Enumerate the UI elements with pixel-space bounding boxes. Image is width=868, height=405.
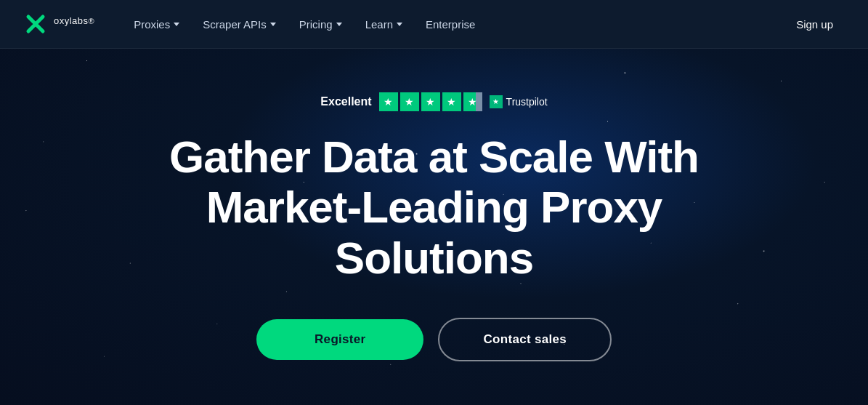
contact-sales-button[interactable]: Contact sales	[438, 318, 611, 361]
trustpilot-row: Excellent ★ ★ ★ ★ ★ ★ Trustpilot	[320, 92, 547, 111]
register-button[interactable]: Register	[256, 319, 423, 360]
nav-item-enterprise[interactable]: Enterprise	[415, 12, 485, 36]
trustpilot-label-text: Trustpilot	[506, 96, 548, 108]
cta-buttons: Register Contact sales	[256, 318, 612, 361]
star-4: ★	[442, 92, 461, 111]
chevron-down-icon	[336, 23, 342, 26]
brand-name: oxylabs®	[54, 15, 94, 33]
oxylabs-logo-icon	[23, 12, 48, 36]
nav-links: Proxies Scraper APIs Pricing Learn Enter…	[123, 12, 784, 36]
logo-link[interactable]: oxylabs®	[23, 12, 94, 36]
trustpilot-excellent-label: Excellent	[320, 95, 371, 108]
nav-item-learn[interactable]: Learn	[355, 12, 413, 36]
hero-content: Excellent ★ ★ ★ ★ ★ ★ Trustpilot Gather …	[108, 92, 761, 361]
trustpilot-star-icon: ★	[490, 95, 503, 108]
chevron-down-icon	[397, 23, 402, 26]
star-3: ★	[421, 92, 440, 111]
chevron-down-icon	[270, 23, 276, 26]
nav-item-scraper-apis[interactable]: Scraper APIs	[192, 12, 286, 36]
star-5-half: ★	[463, 92, 482, 111]
navbar: oxylabs® Proxies Scraper APIs Pricing Le…	[0, 0, 868, 49]
chevron-down-icon	[174, 23, 179, 26]
hero-section: Excellent ★ ★ ★ ★ ★ ★ Trustpilot Gather …	[0, 0, 868, 405]
signup-link[interactable]: Sign up	[784, 12, 845, 36]
trustpilot-stars: ★ ★ ★ ★ ★	[379, 92, 482, 111]
hero-title: Gather Data at Scale With Market-Leading…	[108, 132, 761, 283]
nav-item-proxies[interactable]: Proxies	[123, 12, 190, 36]
nav-item-pricing[interactable]: Pricing	[289, 12, 352, 36]
star-1: ★	[379, 92, 398, 111]
trustpilot-logo: ★ Trustpilot	[490, 95, 548, 108]
star-2: ★	[400, 92, 419, 111]
